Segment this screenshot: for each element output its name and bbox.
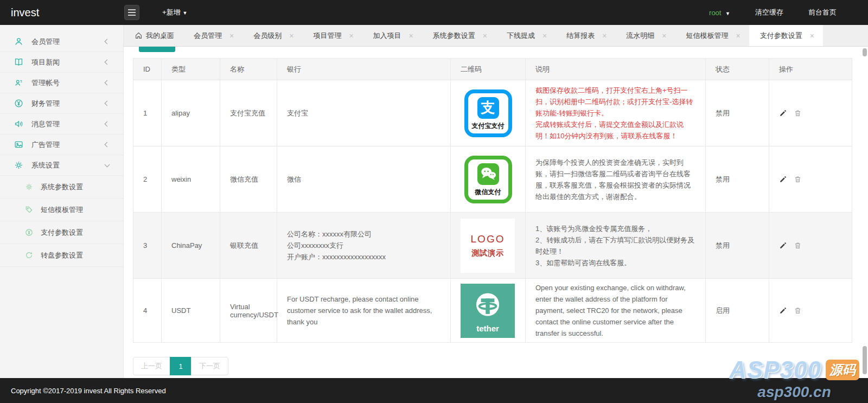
cell-bank: 微信 [277, 146, 451, 213]
cell-bank: For USDT recharge, please contact online… [277, 279, 451, 343]
cell-type: USDT [162, 279, 220, 343]
col-header-type: 类型 [162, 59, 220, 80]
wechat-logo: 微信支付 [461, 152, 515, 207]
cell-id: 2 [133, 146, 162, 213]
cell-description: Open your existing exchange, click on wi… [526, 279, 706, 343]
clear-cache-link[interactable]: 清空缓存 [755, 8, 783, 17]
sidebar-subitem-wheel-params[interactable]: 转盘参数设置 [0, 244, 123, 267]
edit-icon[interactable] [779, 175, 787, 183]
prev-page-button[interactable]: 上一页 [133, 357, 170, 375]
cell-id: 1 [133, 80, 162, 146]
table-row: 1 alipay 支付宝充值 支付宝 支 支付宝支付 截图保存收款二维码，打开支… [133, 80, 852, 146]
cell-type: ChinaPay [162, 213, 220, 279]
cell-actions [769, 279, 852, 343]
cell-bank: 公司名称：xxxxxx有限公司 公司xxxxxxxx支行 开户账户：xxxxxx… [277, 213, 451, 279]
tab-join-project[interactable]: 加入项目× [362, 25, 422, 46]
chevron-down-icon [105, 162, 110, 167]
add-button-partial[interactable] [139, 47, 175, 52]
pagination: 上一页 1 下一页 [133, 357, 228, 375]
sidebar-item-admin-accounts[interactable]: 管理帐号 [0, 73, 123, 93]
sidebar-item-message-management[interactable]: 消息管理 [0, 114, 123, 135]
cell-actions [769, 80, 852, 146]
close-icon[interactable]: × [409, 31, 413, 40]
col-header-name: 名称 [220, 59, 277, 80]
id-card-icon [14, 78, 23, 87]
delete-icon[interactable] [794, 175, 802, 183]
tab-member-management[interactable]: 会员管理× [183, 25, 242, 46]
tab-system-params[interactable]: 系统参数设置× [422, 25, 496, 46]
cell-id: 3 [133, 213, 162, 279]
current-page-button[interactable]: 1 [170, 357, 192, 375]
delete-icon[interactable] [794, 241, 802, 250]
tab-my-desktop[interactable]: 我的桌面 [124, 25, 183, 46]
edit-icon[interactable] [779, 109, 787, 117]
col-header-id: ID [133, 59, 162, 80]
close-icon[interactable]: × [810, 31, 814, 40]
tab-payment-params[interactable]: 支付参数设置× [749, 25, 823, 46]
sidebar-subitem-system-params[interactable]: 系统参数设置 [0, 176, 123, 199]
sidebar-subitem-payment-params[interactable]: 支付参数设置 [0, 221, 123, 244]
chevron-left-icon [105, 39, 110, 44]
brand-logo: invest [0, 7, 124, 19]
tag-icon [25, 206, 33, 214]
table-row: 4 USDT Virtual currency/USDT For USDT re… [133, 279, 852, 343]
status-badge: 禁用 [706, 213, 769, 279]
gear-icon [14, 161, 23, 170]
wechat-bubbles-icon [477, 163, 499, 185]
front-home-link[interactable]: 前台首页 [808, 8, 837, 17]
sidebar-subitem-sms-templates[interactable]: 短信模板管理 [0, 199, 123, 221]
sidebar-item-ad-management[interactable]: 广告管理 [0, 135, 123, 155]
tab-project-management[interactable]: 项目管理× [302, 25, 362, 46]
sidebar-item-project-news[interactable]: 项目新闻 [0, 52, 123, 73]
gear-icon [25, 183, 33, 191]
yen-circle-icon [14, 99, 23, 108]
status-badge: 禁用 [706, 80, 769, 146]
tab-downline-commission[interactable]: 下线提成× [496, 25, 556, 46]
delete-icon[interactable] [794, 109, 802, 117]
tether-symbol-icon [471, 289, 505, 323]
delete-icon[interactable] [794, 306, 802, 315]
cell-type: weixin [162, 146, 220, 213]
hamburger-menu-button[interactable] [124, 5, 139, 20]
close-icon[interactable]: × [736, 31, 741, 40]
user-icon [14, 37, 23, 46]
close-icon[interactable]: × [483, 31, 487, 40]
sidebar: 会员管理 项目新闻 管理帐号 财务管理 消息管理 广告管理 系统设置 系统参数设… [0, 25, 124, 378]
home-icon [135, 31, 143, 40]
table-row: 2 weixin 微信充值 微信 微信支付 为保障每个投资人 [133, 146, 852, 213]
chevron-left-icon [105, 101, 110, 106]
col-header-actions: 操作 [769, 59, 852, 80]
cell-qrcode: LOGO 測試演示 [451, 213, 526, 279]
close-icon[interactable]: × [289, 31, 293, 40]
scrollbar-thumb[interactable] [863, 346, 867, 374]
cell-description: 为保障每个投资人的投资资金准确无误，实时到账，请扫一扫微信客服二维码或者咨询平台… [526, 146, 706, 213]
tab-flow-detail[interactable]: 流水明细× [615, 25, 675, 46]
sidebar-item-finance-management[interactable]: 财务管理 [0, 93, 123, 114]
yen-circle-icon [25, 228, 33, 236]
refresh-icon [25, 251, 33, 259]
close-icon[interactable]: × [602, 31, 607, 40]
user-dropdown[interactable]: root ▼ [709, 9, 730, 17]
edit-icon[interactable] [779, 306, 787, 315]
close-icon[interactable]: × [229, 31, 234, 40]
sidebar-item-member-management[interactable]: 会员管理 [0, 31, 123, 52]
sidebar-item-system-settings[interactable]: 系统设置 [0, 155, 123, 176]
status-badge: 启用 [706, 279, 769, 343]
cell-name: 微信充值 [220, 146, 277, 213]
col-header-status: 状态 [706, 59, 769, 80]
tab-settlement-report[interactable]: 结算报表× [556, 25, 615, 46]
logo-placeholder: LOGO 測試演示 [461, 219, 515, 273]
next-page-button[interactable]: 下一页 [191, 357, 228, 375]
close-icon[interactable]: × [349, 31, 353, 40]
edit-icon[interactable] [779, 241, 787, 250]
add-new-dropdown[interactable]: +新增▼ [162, 8, 188, 17]
tab-member-level[interactable]: 会员级别× [242, 25, 302, 46]
cell-type: alipay [162, 80, 220, 146]
book-icon [14, 57, 23, 67]
close-icon[interactable]: × [662, 31, 666, 40]
close-icon[interactable]: × [542, 31, 547, 40]
scrollbar-thumb[interactable] [863, 48, 867, 56]
cell-bank: 支付宝 [277, 80, 451, 146]
tab-sms-templates[interactable]: 短信模板管理× [675, 25, 749, 46]
chevron-left-icon [105, 80, 110, 86]
